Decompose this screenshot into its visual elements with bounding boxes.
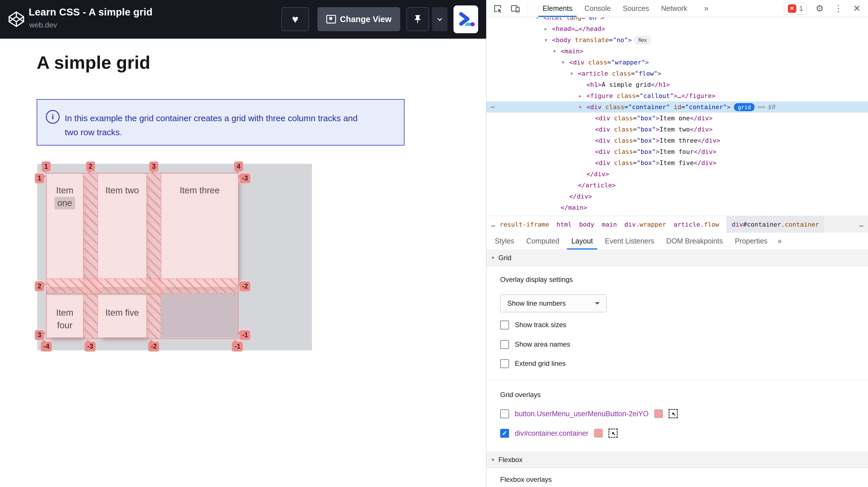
line-numbers-dropdown[interactable]: Show line numbers — [500, 295, 607, 312]
dom-seg-tag: <article — [578, 70, 608, 77]
select-element-icon[interactable] — [669, 409, 678, 418]
tab-layout[interactable]: Layout — [565, 232, 599, 249]
tab-event-listeners[interactable]: Event Listeners — [599, 232, 660, 249]
disclosure-arrow-icon[interactable]: ▼ — [579, 104, 586, 110]
dom-seg-tag: </head> — [579, 25, 605, 32]
disclosure-arrow-icon[interactable]: ▼ — [545, 37, 552, 43]
dom-seg-val: "callout" — [640, 92, 674, 99]
checkbox-row[interactable]: Show area names — [500, 339, 570, 350]
tab-styles[interactable]: Styles — [489, 232, 520, 249]
tab-properties[interactable]: Properties — [729, 232, 773, 249]
disclosure-arrow-icon[interactable]: ▼ — [536, 18, 544, 20]
dom-tree-row[interactable]: <div class="box">Item three</div> — [487, 135, 868, 146]
grid-line-number-badge: 1 — [35, 173, 44, 183]
grid-item-four: Item four — [46, 295, 83, 337]
disclosure-arrow-icon[interactable]: ▼ — [553, 49, 561, 54]
dom-tree-row[interactable]: ▶<figure class="callout">…</figure> — [487, 90, 868, 101]
dom-tree-row[interactable]: ▼<html lang="en"> — [487, 18, 868, 23]
dom-seg-tag: <div — [595, 148, 610, 155]
overlay-row[interactable]: ✓div#container.container — [500, 427, 618, 439]
more-pane-tabs-icon[interactable]: » — [773, 237, 786, 245]
dom-seg-tag: <div — [595, 137, 610, 144]
checkbox[interactable] — [500, 359, 509, 368]
tab-computed[interactable]: Computed — [520, 232, 565, 249]
breadcrumb-item[interactable]: div#container.container — [726, 216, 824, 233]
dom-seg-pln: = — [681, 103, 685, 111]
overlay-display-settings-label: Overlay display settings — [500, 276, 572, 284]
dom-tree-row[interactable]: </div> — [487, 169, 868, 180]
disclosure-arrow-icon[interactable]: ▶ — [545, 26, 552, 32]
info-icon: i — [46, 110, 60, 124]
dom-seg-attr: class — [610, 148, 633, 155]
tab-elements[interactable]: Elements — [536, 0, 578, 17]
breadcrumb-item[interactable]: html — [557, 221, 572, 228]
kebab-menu-icon[interactable]: ⋮ — [832, 3, 844, 14]
tab-dom-breakpoints[interactable]: DOM Breakpoints — [660, 232, 729, 249]
settings-gear-icon[interactable]: ⚙ — [814, 3, 825, 14]
overlay-row[interactable]: button.UserMenu_userMenuButton-2eiYO — [500, 408, 678, 419]
dom-tree-row[interactable]: <h1>A simple grid</h1> — [487, 79, 868, 90]
overlay-checkbox[interactable]: ✓ — [500, 429, 509, 438]
grid-line-number-badge: 3 — [150, 161, 158, 171]
grid-item-five: Item five — [98, 295, 146, 337]
dom-tree-row[interactable]: </main> — [487, 202, 868, 213]
select-element-icon[interactable] — [609, 429, 618, 438]
breadcrumb-overflow-right-icon[interactable]: … — [855, 220, 868, 228]
tab-sources[interactable]: Sources — [617, 0, 655, 17]
dom-seg-tag: <html — [544, 18, 562, 21]
grid-line-number-badge: -3 — [85, 341, 96, 351]
grid-section-header[interactable]: ▼ Grid — [487, 249, 868, 266]
dom-tree-row[interactable]: ⋯▼<div class="container" id="container">… — [487, 101, 868, 113]
dom-seg-pln: A simple grid — [601, 81, 651, 88]
breadcrumb-item[interactable]: div.wrapper — [624, 221, 666, 228]
tab-console[interactable]: Console — [578, 0, 617, 17]
dom-tree-row[interactable]: <div class="box">Item one</div> — [487, 113, 868, 124]
row-overflow-dots-icon[interactable]: ⋯ — [490, 103, 495, 111]
tab-network[interactable]: Network — [655, 0, 693, 17]
breadcrumb-overflow-left-icon[interactable]: … — [487, 220, 500, 228]
pin-button[interactable] — [406, 7, 429, 31]
checkbox-label: Extend grid lines — [515, 360, 565, 368]
dom-tree-row[interactable]: <div class="box">Item four</div> — [487, 146, 868, 157]
disclosure-arrow-icon[interactable]: ▶ — [579, 93, 586, 98]
dom-tree-row[interactable]: <div class="box">Item two</div> — [487, 124, 868, 135]
breadcrumb-item[interactable]: body — [579, 221, 594, 228]
more-tabs-icon[interactable]: » — [700, 4, 712, 13]
close-devtools-icon[interactable]: ✕ — [851, 3, 862, 14]
dom-seg-tag: > — [628, 36, 632, 43]
dom-tree-row[interactable]: ▼<article class="flow"> — [487, 68, 868, 79]
heart-button[interactable]: ♥ — [281, 7, 309, 31]
checkbox-row[interactable]: Extend grid lines — [500, 358, 565, 369]
breadcrumb-item[interactable]: main — [602, 221, 617, 228]
breadcrumb-item[interactable]: article.flow — [674, 221, 719, 228]
inspect-element-icon[interactable] — [492, 3, 503, 14]
flexbox-section-header[interactable]: ▼ Flexbox — [487, 452, 868, 468]
dom-seg-tag: > — [656, 115, 659, 122]
dom-seg-pln: = — [581, 18, 585, 21]
checkbox-row[interactable]: Show track sizes — [500, 319, 566, 331]
dom-tree-row[interactable]: ▼<div class="wrapper"> — [487, 57, 868, 68]
dom-tree-row[interactable]: </div> — [487, 191, 868, 202]
dom-tree-row[interactable]: ▶<head>…</head> — [487, 23, 868, 34]
overlay-checkbox[interactable] — [500, 409, 509, 418]
run-logo-button[interactable] — [454, 5, 478, 33]
overlay-element-label: button.UserMenu_userMenuButton-2eiYO — [515, 410, 649, 418]
checkbox[interactable] — [500, 340, 509, 349]
dom-tree-row[interactable]: ▼<main> — [487, 45, 868, 57]
item-three-label: Item three — [180, 184, 220, 197]
dom-tree-row[interactable]: ▼<body translate="no">flex — [487, 34, 868, 45]
dom-tree-row[interactable]: <div class="box">Item five</div> — [487, 157, 868, 169]
breadcrumb: … result-iframehtmlbodymaindiv.wrapperar… — [487, 216, 868, 233]
checkbox[interactable] — [500, 321, 509, 330]
disclosure-arrow-icon[interactable]: ▼ — [562, 60, 569, 65]
device-toolbar-icon[interactable] — [510, 3, 521, 14]
disclosure-arrow-icon[interactable]: ▼ — [570, 71, 578, 76]
dom-tree-row[interactable]: </article> — [487, 180, 868, 191]
breadcrumb-item[interactable]: result-iframe — [500, 221, 549, 228]
error-count-badge[interactable]: ✕ 1 — [784, 3, 807, 14]
dom-seg-val: "en" — [585, 18, 600, 21]
dropdown-toggle-button[interactable] — [432, 7, 447, 31]
embed-site-link[interactable]: web.dev — [29, 21, 57, 30]
change-view-button[interactable]: Change View — [317, 7, 400, 31]
dom-seg-pln: = — [631, 70, 634, 77]
